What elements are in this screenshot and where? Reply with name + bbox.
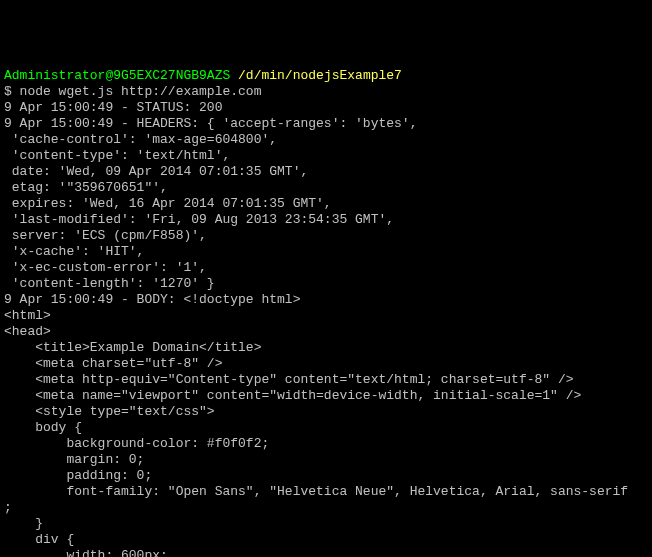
output-line: 'content-length': '1270' } bbox=[4, 276, 648, 292]
output-line: <meta charset="utf-8" /> bbox=[4, 356, 648, 372]
command-line: $ node wget.js http://example.com bbox=[4, 84, 648, 100]
output-line: <html> bbox=[4, 308, 648, 324]
output-line: etag: '"359670651"', bbox=[4, 180, 648, 196]
output-line: div { bbox=[4, 532, 648, 548]
output-line: 'content-type': 'text/html', bbox=[4, 148, 648, 164]
prompt-path: /d/min/nodejsExample7 bbox=[238, 68, 402, 83]
output-line: <head> bbox=[4, 324, 648, 340]
output-line: expires: 'Wed, 16 Apr 2014 07:01:35 GMT'… bbox=[4, 196, 648, 212]
output-line: <meta http-equiv="Content-type" content=… bbox=[4, 372, 648, 388]
output-line: 'x-cache': 'HIT', bbox=[4, 244, 648, 260]
output-line: margin: 0; bbox=[4, 452, 648, 468]
output-line: 9 Apr 15:00:49 - BODY: <!doctype html> bbox=[4, 292, 648, 308]
output-line: 'cache-control': 'max-age=604800', bbox=[4, 132, 648, 148]
output-line: server: 'ECS (cpm/F858)', bbox=[4, 228, 648, 244]
output-line: <meta name="viewport" content="width=dev… bbox=[4, 388, 648, 404]
output-line: <title>Example Domain</title> bbox=[4, 340, 648, 356]
output-line: body { bbox=[4, 420, 648, 436]
output-line: padding: 0; bbox=[4, 468, 648, 484]
output-line: date: 'Wed, 09 Apr 2014 07:01:35 GMT', bbox=[4, 164, 648, 180]
output-line: 9 Apr 15:00:49 - STATUS: 200 bbox=[4, 100, 648, 116]
output-line: 9 Apr 15:00:49 - HEADERS: { 'accept-rang… bbox=[4, 116, 648, 132]
prompt-user: Administrator@9G5EXC27NGB9AZS bbox=[4, 68, 230, 83]
output-line: 'last-modified': 'Fri, 09 Aug 2013 23:54… bbox=[4, 212, 648, 228]
output-line: background-color: #f0f0f2; bbox=[4, 436, 648, 452]
prompt-line: Administrator@9G5EXC27NGB9AZS /d/min/nod… bbox=[4, 68, 648, 84]
output-line: 'x-ec-custom-error': '1', bbox=[4, 260, 648, 276]
output-line: <style type="text/css"> bbox=[4, 404, 648, 420]
output-line: width: 600px; bbox=[4, 548, 648, 557]
output-line: font-family: "Open Sans", "Helvetica Neu… bbox=[4, 484, 648, 500]
output-line: } bbox=[4, 516, 648, 532]
prompt-separator bbox=[230, 68, 238, 83]
terminal-window[interactable]: Administrator@9G5EXC27NGB9AZS /d/min/nod… bbox=[4, 68, 648, 557]
output-line: ; bbox=[4, 500, 648, 516]
